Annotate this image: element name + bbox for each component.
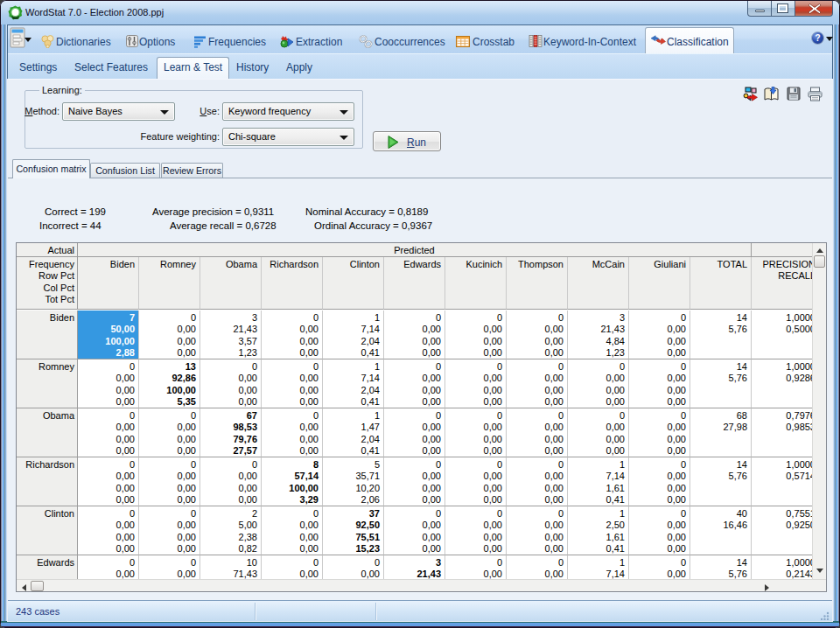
svg-text:?: ? xyxy=(815,33,820,43)
